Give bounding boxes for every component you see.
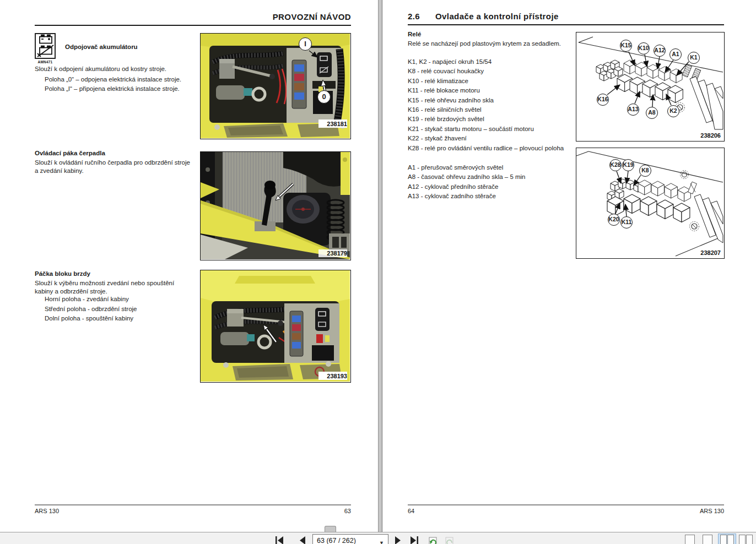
relay-item: K21 - stykač startu motoru – součástí mo… <box>408 124 590 134</box>
footer-brand: ARS 130 <box>35 508 59 514</box>
section-title-pump-lever: Ovládací páka čerpadla <box>35 150 105 156</box>
diagram-relays-lower: 238207 K28 K19 K8 K20 K11 <box>576 148 725 259</box>
module-item: A8 - časovač ohřevu zadního skla – 5 min <box>408 172 590 182</box>
page-footer: 64 ARS 130 <box>408 508 724 514</box>
two-page-layout-icon[interactable] <box>718 534 736 544</box>
rele-title: Relé <box>408 31 421 37</box>
photo-brake-block-lever: 238193 <box>200 270 351 383</box>
module-item: A12 - cyklovač předního stěrače <box>408 182 590 192</box>
section-intro: Slouží k výběru možnosti zvedání nebo sp… <box>35 279 193 295</box>
pdf-page-right: 2.6 Ovladače a kontrolní přístroje Relé … <box>382 0 756 532</box>
footer-rule <box>35 504 351 505</box>
callout-A8: A8 <box>646 107 658 119</box>
page-header-title: PROVOZNÍ NÁVOD <box>35 12 351 21</box>
first-page-icon[interactable] <box>274 535 285 544</box>
chevron-down-icon: ▼ <box>379 537 384 544</box>
page-gap-divider <box>378 0 382 532</box>
photo-battery-disconnector: 238181 I 0 <box>200 33 351 139</box>
relay-list: K1, K2 - napájecí okruh 15/54 K8 - relé … <box>408 57 590 153</box>
relay-item: K16 - relé silničních světel <box>408 105 590 115</box>
page-number-field[interactable]: 63 (67 / 262) ▼ <box>312 534 388 544</box>
list-item: Poloha „0“ – odpojena elektrická instala… <box>45 75 199 84</box>
list-item: Dolní poloha - spouštění kabiny <box>45 314 199 323</box>
figure-number: 238179 <box>327 250 347 257</box>
footer-rule <box>408 504 724 505</box>
callout-K20: K20 <box>608 214 620 226</box>
figure-number: 238193 <box>327 373 347 379</box>
callout-K11: K11 <box>620 216 633 229</box>
previous-page-icon[interactable] <box>298 535 309 544</box>
relay-item: K15 - relé ohřevu zadního skla <box>408 96 590 105</box>
last-page-icon[interactable] <box>409 535 420 544</box>
section-heading: Ovladače a kontrolní přístroje <box>435 12 559 21</box>
figure-number: 238181 <box>327 121 347 127</box>
callout-A1: A1 <box>669 48 682 61</box>
module-item: A1 - přerušovač směrových světel <box>408 163 590 172</box>
photo-pump-lever: 238179 <box>200 151 351 260</box>
module-list: A1 - přerušovač směrových světel A8 - ča… <box>408 163 590 202</box>
pdf-navigation-toolbar: 63 (67 / 262) ▼ <box>0 532 756 544</box>
figure-number: 238207 <box>700 249 721 256</box>
section-intro: Slouží k ovládání ručního čerpadla pro o… <box>35 159 193 175</box>
module-item: A13 - cyklovač zadního stěrače <box>408 192 590 201</box>
footer-page-number: 64 <box>408 508 414 514</box>
callout-0: 0 <box>317 90 331 104</box>
callout-K19: K19 <box>622 159 634 171</box>
relay-item: K22 - stykač žhavení <box>408 134 590 143</box>
section-title-battery-disconnector: Odpojovač akumulátoru <box>65 43 138 50</box>
relay-item: K28 - relé pro ovládání ventilu radlice … <box>408 144 590 153</box>
next-view-icon[interactable] <box>444 535 455 544</box>
relay-item: K11 - relé blokace motoru <box>408 86 590 95</box>
two-page-continuous-layout-icon[interactable] <box>739 535 753 544</box>
footer-page-number: 63 <box>344 508 351 514</box>
relay-item: K1, K2 - napájecí okruh 15/54 <box>408 57 590 67</box>
page-number-value: 63 (67 / 262) <box>317 537 356 544</box>
header-rule <box>408 24 724 25</box>
callout-K15: K15 <box>620 40 632 52</box>
list-item: Horní poloha - zvedání kabiny <box>45 295 199 303</box>
single-page-layout-icon[interactable] <box>685 535 695 544</box>
continuous-layout-icon[interactable] <box>703 535 712 544</box>
list-item: Poloha „I“ – připojena elektrická instal… <box>45 85 199 93</box>
relay-item: K10 - relé klimatizace <box>408 77 590 86</box>
page-footer: ARS 130 63 <box>35 508 351 514</box>
relay-item: K8 - relé couvací houkačky <box>408 67 590 76</box>
callout-K1: K1 <box>688 52 700 64</box>
previous-view-icon[interactable] <box>428 535 439 544</box>
battery-disconnect-icon <box>35 33 56 59</box>
figure-number: 238206 <box>700 132 721 139</box>
callout-K10: K10 <box>638 42 650 55</box>
section-title-brake-block-lever: Páčka bloku brzdy <box>35 270 90 277</box>
next-page-icon[interactable] <box>393 535 404 544</box>
callout-A12: A12 <box>654 45 666 57</box>
callout-I: I <box>299 37 312 51</box>
section-number: 2.6 <box>408 12 420 21</box>
pdf-page-left: PROVOZNÍ NÁVOD AMN471 Odpojovač akumulát… <box>0 0 378 532</box>
callout-K16: K16 <box>597 94 609 106</box>
section-intro: Slouží k odpojení akumulátoru od kostry … <box>35 65 196 73</box>
list-item: Střední poloha - odbrzdění stroje <box>45 305 199 313</box>
callout-A13: A13 <box>627 104 639 116</box>
header-rule <box>35 25 351 26</box>
footer-brand: ARS 130 <box>700 508 724 514</box>
callout-K2: K2 <box>667 105 679 117</box>
callout-K28: K28 <box>609 159 622 171</box>
rele-intro: Relé se nacházejí pod plastovým krytem z… <box>408 40 579 48</box>
callout-K8: K8 <box>639 165 651 177</box>
diagram-relays-upper: 238206 K15 K10 A12 A1 K1 K16 A13 A8 K2 <box>576 32 725 142</box>
pictogram-code: AMN471 <box>34 60 57 64</box>
relay-item: K19 - relé brzdových světel <box>408 115 590 124</box>
